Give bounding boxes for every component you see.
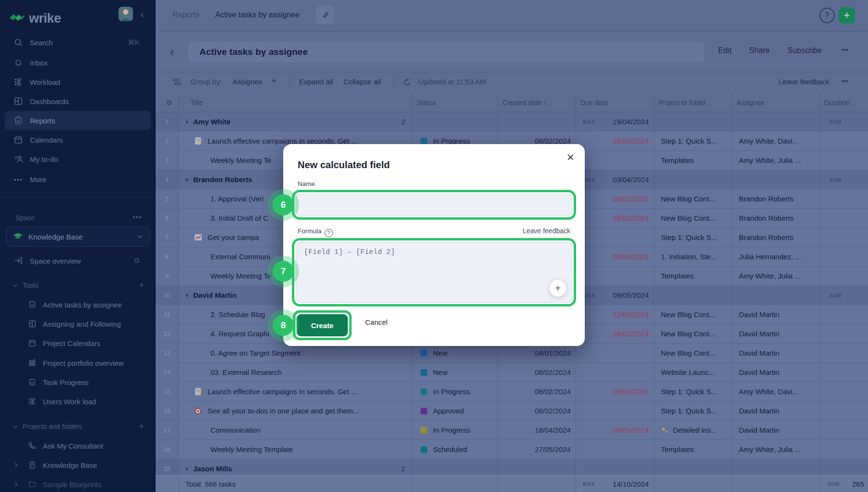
- task-title: See all your to-dos in one place and get…: [208, 407, 359, 415]
- edit-button[interactable]: Edit: [718, 46, 732, 55]
- toolbar-more-button[interactable]: •••: [842, 78, 848, 85]
- sidebar-item-dashboards[interactable]: Dashboards: [5, 92, 151, 111]
- table-row[interactable]: 14 03. External Research New 08/02/2024 …: [156, 363, 868, 382]
- row-number: 2: [156, 132, 179, 150]
- formula-help-icon[interactable]: ?: [325, 229, 333, 237]
- chevron-right-icon: [14, 482, 18, 487]
- formula-textarea[interactable]: [Field 1] – [Field 2]: [296, 242, 572, 303]
- chevron-down-icon[interactable]: ▾: [185, 292, 188, 299]
- toolbar-divider: [289, 76, 290, 89]
- sidebar-item-inbox[interactable]: Inbox: [5, 53, 151, 72]
- add-group-icon[interactable]: +: [271, 76, 276, 86]
- table-row[interactable]: 16 See all your to-dos in one place and …: [156, 401, 868, 421]
- sidebar-item-calendars[interactable]: Calendars: [5, 130, 151, 149]
- create-button[interactable]: Create: [297, 314, 348, 336]
- sidebar-collapse-icon[interactable]: ‹: [141, 9, 144, 20]
- share-button[interactable]: Share: [749, 46, 770, 55]
- sidebar-item-my-todo[interactable]: My to-do: [5, 149, 151, 169]
- sidebar-item-space-overview[interactable]: Space overview ⚙: [5, 251, 151, 270]
- sidebar-item-knowledge-base-folder[interactable]: Knowledge Base: [5, 455, 151, 475]
- row-number: 10: [156, 286, 179, 305]
- memo-icon: [194, 387, 203, 396]
- projects-section-header[interactable]: Projects and folders +: [0, 417, 156, 436]
- calendar-icon: [13, 135, 23, 144]
- name-input-highlight: [292, 190, 576, 220]
- add-new-button[interactable]: +: [839, 7, 855, 24]
- table-row[interactable]: 18 Weekly Meeting Template Scheduled 27/…: [156, 440, 868, 459]
- report-title: Active tasks by assignee: [199, 47, 308, 57]
- formula-area-highlight: [Field 1] – [Field 2] +: [292, 238, 576, 306]
- create-button-highlight: Create: [293, 310, 352, 340]
- search-shortcut: ⌘K: [128, 39, 139, 46]
- collapse-all-button[interactable]: Collapse all: [343, 78, 381, 86]
- refresh-icon[interactable]: [403, 79, 411, 86]
- col-header-status[interactable]: Status: [412, 93, 498, 112]
- status-chip: [421, 369, 427, 376]
- row-number: 8: [156, 247, 179, 266]
- sidebar-item-task-progress[interactable]: Task Progress: [5, 372, 151, 392]
- expand-all-button[interactable]: Expand all: [299, 78, 333, 86]
- sidebar-item-label: Task Progress: [43, 378, 89, 386]
- sidebar-divider: [0, 197, 156, 198]
- table-row-group[interactable]: 1 ▾Amy White2 MAX19/04/2024 SUM: [156, 112, 868, 132]
- sidebar-item-assigning-and-following[interactable]: Assigning and Following: [5, 314, 151, 333]
- add-tool-icon[interactable]: +: [139, 280, 144, 291]
- workload-icon: [13, 78, 23, 86]
- subscribe-button[interactable]: Subscribe: [788, 46, 822, 55]
- add-project-icon[interactable]: +: [139, 422, 144, 432]
- col-header-title[interactable]: Title: [179, 93, 412, 112]
- table-toolbar: Group by: Assignee + Expand all Collapse…: [156, 72, 868, 93]
- sidebar-item-label: Dashboards: [30, 97, 69, 106]
- table-row[interactable]: 13 0. Agree on Target Segment New 04/01/…: [156, 344, 868, 363]
- col-header-due[interactable]: Due date: [576, 93, 654, 112]
- col-header-project[interactable]: Project or folder: [654, 93, 732, 112]
- status-chip: [421, 138, 427, 145]
- sidebar-item-project-calendars[interactable]: Project Calendars: [5, 333, 151, 353]
- chevron-down-icon[interactable]: ▾: [185, 465, 188, 472]
- col-header-created[interactable]: Created date ↑: [498, 93, 576, 112]
- title-more-button[interactable]: •••: [842, 46, 848, 53]
- sidebar-item-ask-my-consultant[interactable]: Ask My Consultant: [5, 436, 151, 455]
- sidebar-item-active-tasks-by-assignee[interactable]: Active tasks by assignee: [5, 295, 151, 314]
- table-settings-gear-icon[interactable]: ⚙: [156, 93, 179, 112]
- add-field-button[interactable]: +: [549, 279, 566, 297]
- pin-button[interactable]: [316, 6, 334, 24]
- back-chevron-icon[interactable]: ‹: [170, 45, 174, 59]
- modal-leave-feedback-link[interactable]: Leave feedback: [523, 227, 570, 235]
- cancel-button[interactable]: Cancel: [365, 318, 388, 326]
- report-title-input[interactable]: Active tasks by assignee: [188, 41, 704, 63]
- sidebar-item-search[interactable]: Search ⌘K: [5, 33, 151, 52]
- sidebar-item-more[interactable]: ••• More: [5, 170, 151, 189]
- report-tool-icon: [27, 301, 37, 308]
- chevron-down-icon[interactable]: ▾: [185, 119, 188, 125]
- space-selector-knowledge-base[interactable]: Knowledge Base: [6, 226, 150, 247]
- memo-icon: [194, 136, 203, 146]
- col-header-duration[interactable]: Duration: [820, 93, 868, 112]
- close-icon[interactable]: ×: [567, 151, 574, 163]
- task-title: Get your campa: [208, 233, 259, 241]
- table-row[interactable]: 17 Communication In Progress 18/04/2024 …: [156, 421, 868, 440]
- gear-icon[interactable]: ⚙: [134, 256, 140, 265]
- sum-label: SUM: [829, 293, 842, 298]
- status-chip: [421, 446, 427, 453]
- group-icon[interactable]: [173, 79, 181, 86]
- sidebar-item-users-work-load[interactable]: Users Work load: [5, 392, 151, 411]
- calendar-tool-icon: [27, 339, 37, 347]
- space-options-icon[interactable]: •••: [132, 213, 142, 222]
- name-label: Name: [298, 180, 315, 187]
- sidebar-item-sample-blueprints[interactable]: Sample Blueprints: [5, 475, 151, 492]
- group-by-value[interactable]: Assignee: [233, 78, 263, 86]
- help-button[interactable]: ?: [819, 8, 835, 23]
- table-row[interactable]: 15 Launch effective campaigns in seconds…: [156, 382, 868, 401]
- tools-section-header[interactable]: Tools +: [0, 276, 156, 295]
- name-input[interactable]: [296, 194, 572, 216]
- avatar[interactable]: [118, 7, 133, 21]
- col-header-assignee[interactable]: Assignee: [732, 93, 820, 112]
- sidebar-item-workload[interactable]: Workload: [5, 72, 151, 92]
- breadcrumb-reports[interactable]: Reports: [172, 11, 199, 19]
- leave-feedback-link[interactable]: Leave feedback: [778, 78, 829, 86]
- sidebar-item-reports[interactable]: Reports: [5, 111, 151, 130]
- sidebar-item-project-portfolio-overview[interactable]: Project portfolio overview: [5, 353, 151, 372]
- row-number: 4: [156, 170, 179, 189]
- chevron-down-icon[interactable]: ▾: [185, 176, 188, 183]
